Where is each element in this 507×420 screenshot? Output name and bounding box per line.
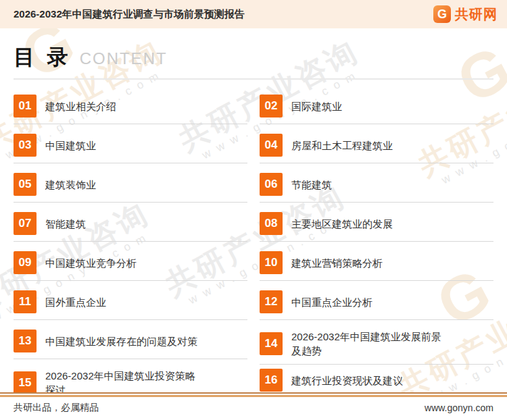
toc-item-number: 15 <box>14 371 37 394</box>
toc-item-label: 国际建筑业 <box>291 99 342 113</box>
toc-item-label: 节能建筑 <box>291 178 332 192</box>
toc-item-label: 中国建筑业发展存在的问题及对策 <box>45 334 197 348</box>
toc-item[interactable]: 08 主要地区建筑业的发展 <box>260 212 493 251</box>
toc-item-number: 11 <box>14 290 37 313</box>
toc-title-en: CONTENT <box>80 49 168 68</box>
toc-item-divider <box>14 124 247 124</box>
toc-item-number: 12 <box>260 290 283 313</box>
toc-item-number: 02 <box>260 95 283 117</box>
toc-item-number: 06 <box>260 173 283 196</box>
toc-item-label: 建筑业营销策略分析 <box>291 256 383 270</box>
brand-logo-icon: G <box>433 5 451 23</box>
toc-item[interactable]: 14 2026-2032年中国建筑业发展前景 及趋势 <box>260 330 493 369</box>
toc-item-label: 房屋和土木工程建筑业 <box>291 138 393 153</box>
footer: 共研出品，必属精品 www.gonyn.com <box>0 392 507 420</box>
toc-item[interactable]: 04 房屋和土木工程建筑业 <box>260 134 493 173</box>
toc-item-divider <box>260 280 493 281</box>
toc-item-number: 14 <box>260 332 283 355</box>
toc-item-number: 09 <box>14 251 37 274</box>
toc-item-number: 16 <box>260 369 283 392</box>
toc-item-label: 中国重点企业分析 <box>291 295 372 309</box>
toc-item-divider <box>14 280 247 281</box>
toc-item[interactable]: 02 国际建筑业 <box>260 95 493 134</box>
toc-title-cn: 目 录 <box>14 43 72 72</box>
footer-rule-dark <box>0 392 507 394</box>
page: G 共研产业咨询 w w w . g o n y n . c o m 共研产业咨… <box>0 0 507 420</box>
toc-item-number: 07 <box>14 212 37 235</box>
toc-item-label: 建筑行业投资现状及建议 <box>291 373 403 388</box>
brand-logo-text: 共研网 <box>455 5 498 24</box>
toc-item-number: 04 <box>260 134 283 157</box>
toc-item[interactable]: 07 智能建筑 <box>14 212 247 251</box>
toc-item-divider <box>260 319 493 320</box>
toc-item-label: 建筑装饰业 <box>45 178 96 192</box>
toc-item-label: 国外重点企业 <box>45 295 106 309</box>
toc-item[interactable]: 03 中国建筑业 <box>14 134 247 173</box>
toc-item-number: 03 <box>14 134 37 157</box>
toc-item-divider <box>14 163 247 163</box>
toc-item-number: 08 <box>260 212 283 235</box>
toc-item[interactable]: 13 中国建筑业发展存在的问题及对策 <box>14 330 247 369</box>
toc-item[interactable]: 06 节能建筑 <box>260 173 493 212</box>
toc-item-divider <box>14 359 247 359</box>
toc-item-number: 01 <box>14 95 37 117</box>
toc-item[interactable]: 10 建筑业营销策略分析 <box>260 251 493 290</box>
toc-item[interactable]: 01 建筑业相关介绍 <box>14 95 247 134</box>
toc-item[interactable]: 11 国外重点企业 <box>14 290 247 330</box>
toc-item-label: 智能建筑 <box>45 217 86 231</box>
toc-item[interactable]: 12 中国重点企业分析 <box>260 290 493 330</box>
toc-item-divider <box>260 241 493 242</box>
toc-grid: 01 建筑业相关介绍 02 国际建筑业 03 中国建筑业 04 房屋和土木工程建… <box>14 95 493 408</box>
toc-item-label: 2026-2032年中国建筑业发展前景 及趋势 <box>291 330 441 358</box>
footer-website-link[interactable]: www.gonyn.com <box>425 402 493 413</box>
toc-item-number: 05 <box>14 173 37 196</box>
toc-item-number: 13 <box>14 330 37 352</box>
header-bar: 2026-2032年中国建筑行业调查与市场前景预测报告 G 共研网 <box>0 0 507 28</box>
toc-item-number: 10 <box>260 251 283 274</box>
toc-item-divider <box>260 364 493 365</box>
toc-item[interactable]: 09 中国建筑业竞争分析 <box>14 251 247 290</box>
toc-heading: 目 录 CONTENT <box>14 43 493 80</box>
toc-item-divider <box>14 202 247 203</box>
main-content: 目 录 CONTENT 01 建筑业相关介绍 02 国际建筑业 03 中国建筑业… <box>0 43 507 408</box>
toc-item-divider <box>260 124 493 124</box>
toc-item-label: 中国建筑业 <box>45 138 96 153</box>
toc-item-divider <box>260 202 493 203</box>
toc-item-divider <box>14 241 247 242</box>
report-title: 2026-2032年中国建筑行业调查与市场前景预测报告 <box>14 8 245 21</box>
footer-slogan: 共研出品，必属精品 <box>14 402 99 414</box>
brand-logo[interactable]: G 共研网 <box>433 5 498 24</box>
toc-item-label: 主要地区建筑业的发展 <box>291 217 393 231</box>
toc-item-divider <box>14 319 247 320</box>
toc-item-label: 中国建筑业竞争分析 <box>45 256 137 270</box>
toc-item[interactable]: 05 建筑装饰业 <box>14 173 247 212</box>
toc-item-divider <box>260 163 493 163</box>
toc-item-label: 建筑业相关介绍 <box>45 99 116 113</box>
